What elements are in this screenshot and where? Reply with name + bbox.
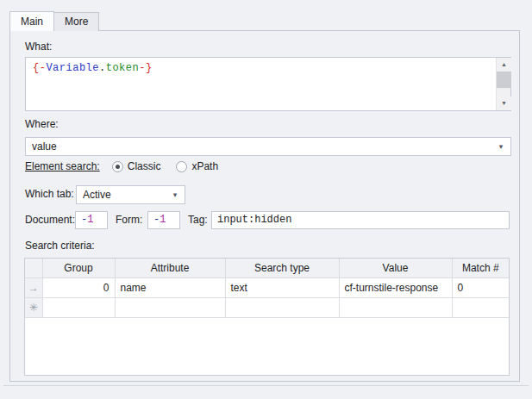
- criteria-table: Group Attribute Search type Value Match …: [25, 259, 509, 318]
- what-scrollbar[interactable]: ▲ ▼: [496, 58, 510, 110]
- document-label: Document:: [25, 214, 75, 226]
- cell-attribute[interactable]: name: [115, 277, 225, 297]
- scroll-up-icon[interactable]: ▲: [497, 58, 511, 72]
- tab-main[interactable]: Main: [9, 11, 54, 31]
- radio-selected-icon[interactable]: [112, 161, 123, 172]
- search-criteria-grid: Group Attribute Search type Value Match …: [24, 258, 510, 376]
- document-input[interactable]: -1: [75, 211, 108, 229]
- cell-value-empty[interactable]: [339, 297, 452, 317]
- scrollbar-thumb[interactable]: [497, 72, 511, 88]
- chevron-down-icon[interactable]: ▾: [495, 138, 507, 155]
- form-label: Form:: [116, 214, 142, 226]
- where-combobox[interactable]: value ▾: [25, 137, 511, 156]
- element-search-row: Element search: Classic xPath: [25, 160, 234, 172]
- tag-value: input:hidden: [217, 214, 291, 226]
- tag-input[interactable]: input:hidden: [211, 211, 510, 229]
- cell-search-type[interactable]: text: [225, 277, 339, 297]
- tab-page-main: What: {-Variable.token-} ▲ ▼ Where: valu…: [9, 30, 520, 382]
- which-tab-value: Active: [83, 189, 111, 201]
- cell-group-empty[interactable]: [42, 297, 115, 317]
- document-value: -1: [81, 214, 93, 226]
- cell-match[interactable]: 0: [452, 277, 509, 297]
- tab-strip: Main More: [9, 11, 99, 31]
- cell-attribute-empty[interactable]: [115, 297, 225, 317]
- radio-xpath[interactable]: xPath: [176, 160, 218, 172]
- search-criteria-label: Search criteria:: [25, 240, 95, 252]
- radio-classic-label: Classic: [128, 160, 161, 172]
- col-attribute[interactable]: Attribute: [115, 259, 225, 277]
- bottom-divider: [3, 385, 529, 386]
- chevron-down-icon[interactable]: ▾: [169, 186, 181, 203]
- col-row-indicator[interactable]: [25, 259, 42, 277]
- what-value: {-Variable.token-}: [33, 62, 153, 74]
- radio-classic[interactable]: Classic: [112, 160, 161, 172]
- radio-unselected-icon[interactable]: [176, 161, 187, 172]
- table-new-row: ✳: [25, 297, 509, 317]
- col-search-type[interactable]: Search type: [225, 259, 339, 277]
- where-value: value: [32, 140, 57, 153]
- cell-search-type-empty[interactable]: [225, 297, 339, 317]
- col-value[interactable]: Value: [339, 259, 452, 277]
- tab-more[interactable]: More: [54, 12, 99, 31]
- what-label: What:: [25, 41, 52, 53]
- what-textarea[interactable]: {-Variable.token-} ▲ ▼: [25, 57, 511, 111]
- dialog-body: { "tabs": { "main": "Main", "more": "Mor…: [0, 0, 532, 399]
- element-search-label: Element search:: [25, 160, 100, 172]
- cell-group[interactable]: 0: [42, 277, 115, 297]
- col-group[interactable]: Group: [42, 259, 115, 277]
- which-tab-combobox[interactable]: Active ▾: [76, 185, 185, 204]
- tag-label: Tag:: [188, 214, 208, 226]
- table-header-row: Group Attribute Search type Value Match …: [25, 259, 509, 277]
- radio-xpath-label: xPath: [191, 160, 218, 172]
- form-input[interactable]: -1: [147, 211, 180, 229]
- current-row-arrow-icon[interactable]: →: [25, 277, 42, 297]
- new-row-icon[interactable]: ✳: [25, 297, 42, 317]
- scroll-down-icon[interactable]: ▼: [497, 97, 511, 110]
- cell-match-empty[interactable]: [452, 297, 509, 317]
- cell-value[interactable]: cf-turnstile-response: [339, 277, 452, 297]
- which-tab-label: Which tab:: [25, 188, 74, 200]
- where-label: Where:: [25, 118, 59, 130]
- form-value: -1: [153, 214, 166, 226]
- table-row: → 0 name text cf-turnstile-response 0: [25, 277, 509, 297]
- col-match[interactable]: Match #: [452, 259, 509, 277]
